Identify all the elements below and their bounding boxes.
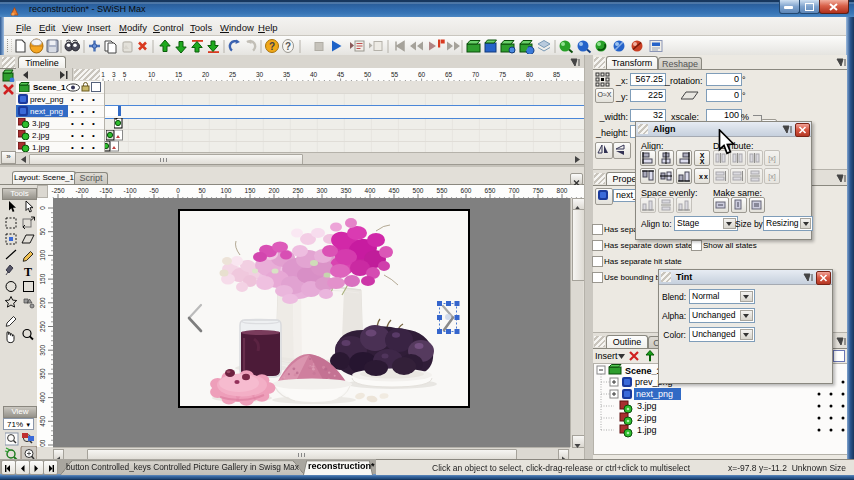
svg-text:70: 70 [472,71,480,78]
svg-text:25: 25 [229,71,237,78]
svg-text:500: 500 [413,187,424,194]
svg-text:600: 600 [461,187,472,194]
svg-text:50: 50 [198,187,206,194]
svg-text:30: 30 [256,71,264,78]
svg-text:80: 80 [526,71,534,78]
svg-text:next_png: next_png [636,389,673,399]
svg-text:40: 40 [310,71,318,78]
svg-text:300: 300 [39,344,46,355]
svg-text:50: 50 [364,71,372,78]
svg-text:300: 300 [317,187,328,194]
svg-text:450: 450 [39,415,46,426]
svg-text:200: 200 [269,187,280,194]
svg-text:3.jpg: 3.jpg [637,401,657,411]
svg-text:[x]: [x] [768,173,775,181]
svg-text:800: 800 [557,187,568,194]
svg-text:1: 1 [101,71,105,78]
svg-text:350: 350 [341,187,352,194]
svg-text:-250: -250 [51,187,64,194]
svg-text:250: 250 [293,187,304,194]
svg-text:350: 350 [39,368,46,379]
svg-text:450: 450 [389,187,400,194]
svg-text:X: X [700,158,705,165]
svg-text:75: 75 [499,71,507,78]
svg-text:400: 400 [39,392,46,403]
svg-text:550: 550 [437,187,448,194]
svg-text:700: 700 [509,187,520,194]
svg-text:0: 0 [176,187,180,194]
svg-text:20: 20 [202,71,210,78]
svg-text:?: ? [285,41,291,52]
svg-text:T: T [24,265,32,279]
svg-text:400: 400 [365,187,376,194]
svg-text:10: 10 [148,71,156,78]
svg-text:150: 150 [39,273,46,284]
svg-text:-150: -150 [99,187,112,194]
svg-text:100: 100 [221,187,232,194]
svg-text:0: 0 [39,206,46,210]
svg-text:250: 250 [39,321,46,332]
svg-text:45: 45 [337,71,345,78]
svg-text:3: 3 [112,71,116,78]
svg-text:Scene_1: Scene_1 [625,366,662,376]
svg-text:200: 200 [39,297,46,308]
svg-text:500: 500 [39,439,46,447]
svg-text:55: 55 [391,71,399,78]
svg-text:150: 150 [245,187,256,194]
svg-text:65: 65 [445,71,453,78]
svg-text:5: 5 [123,71,127,78]
svg-text:-200: -200 [75,187,88,194]
svg-text:35: 35 [283,71,291,78]
svg-text:x: x [699,173,703,180]
svg-text:750: 750 [533,187,544,194]
svg-text:60: 60 [418,71,426,78]
svg-text:50: 50 [39,228,46,236]
svg-text:1.jpg: 1.jpg [637,425,657,435]
svg-text:100: 100 [39,250,46,261]
svg-text:-50: -50 [149,187,159,194]
svg-text:x: x [704,173,708,180]
svg-text:[x]: [x] [768,155,775,163]
svg-text:15: 15 [175,71,183,78]
svg-text:-100: -100 [123,187,136,194]
svg-text:650: 650 [485,187,496,194]
svg-text:?: ? [269,41,275,52]
svg-text:2.jpg: 2.jpg [637,413,657,423]
svg-text:85: 85 [553,71,561,78]
